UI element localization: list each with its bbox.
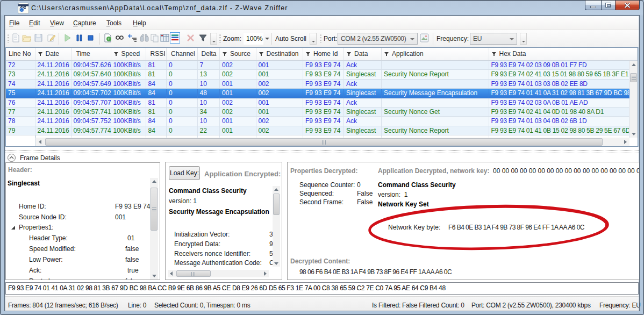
svg-text:z: z <box>21 9 23 12</box>
